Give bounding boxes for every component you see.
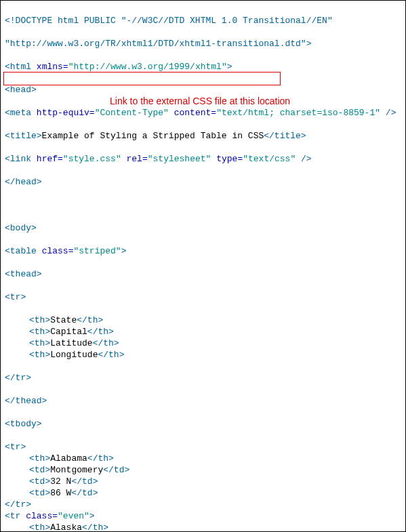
table-cell: <td>32 N</td> bbox=[5, 476, 401, 487]
table-cell: <td>86 W</td> bbox=[5, 487, 401, 499]
code-block: <!DOCTYPE html PUBLIC "-//W3C//DTD XHTML… bbox=[5, 3, 401, 532]
title-text: Example of Styling a Stripped Table in C… bbox=[42, 131, 264, 141]
header-row: <th>State</th><th>Capital</th><th>Latitu… bbox=[5, 314, 401, 361]
header-cell: <th>Latitude</th> bbox=[5, 337, 401, 349]
link-tag-line: <link href="style.css" rel="stylesheet" … bbox=[5, 153, 401, 165]
table-cell: <td>Montgomery</td> bbox=[5, 464, 401, 476]
table-row-close: </tr> bbox=[5, 499, 401, 510]
header-cell: <th>State</th> bbox=[5, 314, 401, 326]
annotation-text: Link to the external CSS file at this lo… bbox=[110, 96, 290, 107]
table-cell: <th>Alaska</th> bbox=[5, 522, 401, 532]
table-body: <tr><th>Alabama</th><td>Montgomery</td><… bbox=[5, 441, 401, 532]
table-row-open: <tr class="even"> bbox=[5, 510, 401, 522]
header-cell: <th>Capital</th> bbox=[5, 326, 401, 337]
table-row-open: <tr> bbox=[5, 441, 401, 453]
doctype-line-1: <!DOCTYPE html PUBLIC "-//W3C//DTD XHTML… bbox=[5, 16, 333, 26]
header-cell: <th>Longitude</th> bbox=[5, 349, 401, 361]
doctype-line-2: "http://www.w3.org/TR/xhtml1/DTD/xhtml1-… bbox=[5, 39, 311, 49]
table-cell: <th>Alabama</th> bbox=[5, 453, 401, 464]
code-viewer: <!DOCTYPE html PUBLIC "-//W3C//DTD XHTML… bbox=[0, 0, 406, 532]
